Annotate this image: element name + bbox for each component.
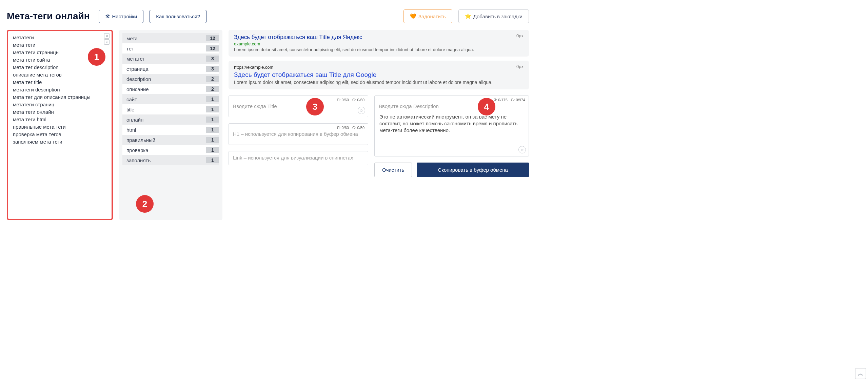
h1-counter-go: G: 0/50 <box>352 126 364 130</box>
word-count: 2 <box>206 76 219 82</box>
yandex-title: Здесь будет отображаться ваш Title для Я… <box>234 34 524 41</box>
bookmark-label: Добавить в закладки <box>473 14 522 19</box>
collapse-icon[interactable]: « <box>104 39 110 45</box>
word-count: 1 <box>206 127 219 133</box>
copy-button[interactable]: Скопировать в буфер обмена <box>417 163 529 177</box>
word-row: правильный1 <box>122 135 219 145</box>
word-row: html1 <box>122 125 219 135</box>
star-icon: ⭐ <box>465 13 471 19</box>
word-row: title1 <box>122 104 219 114</box>
word-row: страница3 <box>122 64 219 74</box>
page-title: Мета-теги онлайн <box>7 11 90 22</box>
badge-2: 2 <box>136 195 154 213</box>
word-label: description <box>126 76 151 82</box>
heart-icon: 🧡 <box>410 13 416 19</box>
word-label: title <box>126 107 134 112</box>
keyword-line: метатеги страниц <box>13 101 107 108</box>
emoji-icon[interactable]: ☺ <box>518 146 526 153</box>
yandex-desc: Lorem ipsum dolor sit amet, consectetur … <box>234 47 524 52</box>
google-desc: Lorem ipsum dolor sit amet, consectetur … <box>234 80 524 85</box>
word-label: сайт <box>126 97 137 102</box>
keyword-line: метатеги description <box>13 86 107 93</box>
word-label: мета <box>126 36 138 41</box>
word-count: 1 <box>206 96 219 102</box>
h1-counter-ya: Я: 0/60 <box>337 126 349 130</box>
word-frequency-panel: мета12тег12метатег3страница3description2… <box>119 30 222 220</box>
keyword-line: описание мета тегов <box>13 71 107 79</box>
keyword-line: мета теги html <box>13 116 107 123</box>
tools-icon: 🛠 <box>105 14 110 19</box>
word-count: 12 <box>206 35 219 41</box>
word-row: онлайн1 <box>122 114 219 125</box>
title-counter-ya: Я: 0/60 <box>337 98 349 102</box>
keyword-line: заполняем мета теги <box>13 138 107 146</box>
emoji-icon[interactable]: ☺ <box>358 107 365 114</box>
badge-4: 4 <box>478 98 495 115</box>
word-label: правильный <box>126 137 155 143</box>
yandex-domain: example.com <box>234 41 524 46</box>
word-count: 3 <box>206 56 219 62</box>
word-row: description2 <box>122 74 219 84</box>
keyword-line: мета теги <box>13 41 107 49</box>
word-row: метатег3 <box>122 54 219 64</box>
keyword-line: мета тег title <box>13 79 107 86</box>
badge-1: 1 <box>88 48 105 66</box>
google-preview: 0px https://example.com Здесь будет отоб… <box>229 61 529 89</box>
word-label: заполнять <box>126 157 151 163</box>
settings-label: Настройки <box>112 14 137 19</box>
donate-label: Задонатить <box>418 14 446 19</box>
description-field: Я: 0/175 G: 0/974 ☺ Это не автоматически… <box>374 96 529 156</box>
desc-counter-ya: Я: 0/175 <box>493 98 508 102</box>
word-label: проверка <box>126 147 149 153</box>
keywords-panel[interactable]: ✕ « метатегимета тегимета теги страницым… <box>7 30 113 220</box>
howto-label: Как пользоваться? <box>156 14 200 19</box>
word-label: онлайн <box>126 117 143 123</box>
word-label: html <box>126 127 136 133</box>
word-count: 1 <box>206 157 219 163</box>
bookmark-button[interactable]: ⭐ Добавить в закладки <box>458 9 529 23</box>
word-count: 2 <box>206 86 219 92</box>
donate-button[interactable]: 🧡 Задонатить <box>403 9 452 23</box>
keyword-line: мета теги онлайн <box>13 108 107 116</box>
word-row: описание2 <box>122 84 219 94</box>
google-title: Здесь будет отображаться ваш Title для G… <box>234 71 524 79</box>
h1-field: Я: 0/60 G: 0/50 <box>229 123 368 145</box>
google-url: https://example.com <box>234 65 524 70</box>
link-field <box>229 151 368 165</box>
info-note: Это не автоматический инструмент, он за … <box>379 113 525 134</box>
yandex-px: 0px <box>516 33 524 38</box>
badge-3: 3 <box>306 98 324 115</box>
word-label: тег <box>126 46 134 51</box>
howto-button[interactable]: Как пользоваться? <box>150 10 206 23</box>
word-row: проверка1 <box>122 145 219 155</box>
word-count: 1 <box>206 106 219 112</box>
desc-counter-go: G: 0/974 <box>511 98 525 102</box>
word-count: 1 <box>206 147 219 153</box>
keyword-line: метатеги <box>13 34 107 41</box>
header: Мета-теги онлайн 🛠 Настройки Как пользов… <box>7 0 529 30</box>
word-count: 1 <box>206 117 219 123</box>
word-count: 3 <box>206 66 219 72</box>
clear-button[interactable]: Очистить <box>374 163 412 177</box>
word-label: метатег <box>126 56 144 62</box>
settings-button[interactable]: 🛠 Настройки <box>99 10 144 23</box>
word-row: сайт1 <box>122 94 219 104</box>
google-px: 0px <box>516 64 524 69</box>
keyword-line: мета тег для описания страницы <box>13 93 107 101</box>
word-count: 1 <box>206 137 219 143</box>
keyword-line: правильные мета теги <box>13 123 107 131</box>
word-row: тег12 <box>122 43 219 54</box>
close-icon[interactable]: ✕ <box>104 33 110 39</box>
word-label: описание <box>126 86 149 92</box>
word-row: мета12 <box>122 33 219 43</box>
word-count: 12 <box>206 45 219 51</box>
word-row: заполнять1 <box>122 155 219 165</box>
yandex-preview: 0px Здесь будет отображаться ваш Title д… <box>229 30 529 57</box>
keyword-line: проверка мета тегов <box>13 131 107 138</box>
title-counter-go: G: 0/60 <box>352 98 364 102</box>
link-input[interactable] <box>229 151 368 166</box>
title-field: Я: 0/60 G: 0/60 ☺ 3 <box>229 96 368 117</box>
word-label: страница <box>126 66 149 72</box>
